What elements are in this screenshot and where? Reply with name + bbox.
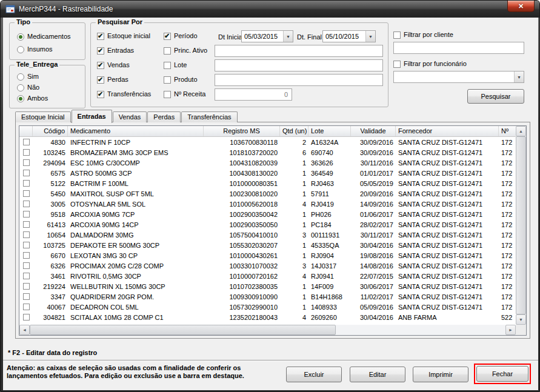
periodo-checkbox-row[interactable]: Período: [164, 32, 198, 40]
n-receita-checkbox-row[interactable]: Nº Receita: [164, 90, 205, 98]
column-header-validade[interactable]: Validade: [351, 126, 396, 136]
table-row[interactable]: 10654DALMADORM 30MG105750041001030011193…: [19, 230, 516, 240]
table-row[interactable]: 4830INFECTRIN F 10CP10367008301182A16324…: [19, 137, 516, 147]
column-header-select[interactable]: [19, 126, 33, 136]
tab-estoque-inicial[interactable]: Estoque Inicial: [15, 111, 71, 122]
table-row[interactable]: 40067DECADRON COL 5ML1057302990010114089…: [19, 302, 516, 312]
pesquisar-check-estoque-inicial[interactable]: Estoque inicial: [97, 32, 151, 40]
imprimir-button[interactable]: Imprimir: [413, 367, 468, 382]
n-receita-checkbox-icon[interactable]: [164, 91, 171, 98]
tab-entradas[interactable]: Entradas: [72, 110, 112, 123]
column-header-lote[interactable]: Lote: [308, 126, 351, 136]
tele-option-sim[interactable]: Sim: [17, 73, 48, 81]
radio-icon[interactable]: [17, 84, 24, 91]
tab-transferencias[interactable]: Transferências: [181, 111, 237, 122]
tele-option-ambos[interactable]: Ambos: [17, 95, 48, 102]
chevron-down-icon[interactable]: [514, 71, 524, 82]
checkbox-icon[interactable]: [97, 47, 104, 55]
table-row[interactable]: 6670LEXOTAN 3MG 30 CP10100004302611RJ090…: [19, 250, 516, 261]
row-checkbox-icon[interactable]: [23, 211, 30, 218]
dt-inicial-combo[interactable]: 05/03/2015: [241, 30, 293, 42]
row-checkbox-icon[interactable]: [23, 139, 30, 145]
editar-button[interactable]: Editar: [350, 367, 405, 382]
filtrar-cliente-input[interactable]: [393, 42, 524, 54]
radio-icon[interactable]: [17, 73, 24, 81]
pesquisar-check-entradas[interactable]: Entradas: [97, 47, 151, 55]
row-checkbox-icon[interactable]: [23, 273, 30, 279]
radio-icon[interactable]: [17, 46, 24, 53]
scroll-up-button[interactable]: [516, 126, 526, 136]
row-checkbox-icon[interactable]: [23, 159, 30, 166]
princ-ativo-input[interactable]: [215, 45, 383, 57]
table-row[interactable]: 61413ARCOXIA 90MG 14CP10029003500501PC18…: [19, 219, 516, 230]
scroll-right-button[interactable]: [505, 325, 516, 335]
table-row[interactable]: 6326PROCIMAX 20MG C/28 COMP1003301070032…: [19, 261, 516, 271]
column-header-qtd-un[interactable]: Qtd (un): [280, 126, 308, 136]
table-row[interactable]: 3461RIVOTRIL 0,5MG 30CP10100007201624RJ0…: [19, 271, 516, 281]
column-header-n[interactable]: Nº: [499, 126, 516, 136]
column-header-medicamento[interactable]: Medicamento: [68, 126, 204, 136]
column-header-codigo[interactable]: Código: [33, 126, 68, 136]
fechar-button[interactable]: Fechar: [476, 366, 528, 382]
radio-icon[interactable]: [17, 33, 24, 41]
produto-checkbox-row[interactable]: Produto: [164, 76, 198, 84]
pesquisar-check-perdas[interactable]: Perdas: [97, 76, 151, 84]
horizontal-scrollbar-thumb[interactable]: [30, 325, 336, 335]
chevron-down-icon[interactable]: [365, 31, 375, 42]
scroll-down-button[interactable]: [516, 314, 526, 325]
row-checkbox-icon[interactable]: [23, 180, 30, 187]
tipo-option-medicamentos[interactable]: Medicamentos: [17, 33, 71, 41]
horizontal-scrollbar[interactable]: [19, 325, 516, 335]
row-checkbox-icon[interactable]: [23, 231, 30, 238]
princ-ativo-checkbox-icon[interactable]: [164, 47, 171, 55]
dt-final-combo[interactable]: 05/10/2015: [322, 30, 376, 42]
periodo-checkbox-icon[interactable]: [164, 33, 171, 40]
table-row[interactable]: 6575ASTRO 500MG 3CP100430813002013645490…: [19, 168, 516, 178]
pesquisar-button[interactable]: Pesquisar: [467, 89, 524, 104]
checkbox-icon[interactable]: [97, 33, 104, 40]
table-row[interactable]: 9518ARCOXIA 90MG 7CP10029003500421PH0260…: [19, 209, 516, 219]
lote-checkbox-icon[interactable]: [164, 62, 171, 69]
row-checkbox-icon[interactable]: [23, 242, 30, 248]
row-checkbox-icon[interactable]: [23, 314, 30, 321]
table-row[interactable]: 294094ESC 10MG C/30COMP10043108200391363…: [19, 158, 516, 168]
excluir-button[interactable]: Excluir: [286, 367, 342, 382]
vertical-scrollbar[interactable]: [516, 126, 526, 325]
table-row[interactable]: 3005OTOSYNALAR 5ML SOL10100056200184RJ04…: [19, 199, 516, 209]
chevron-down-icon[interactable]: [283, 31, 293, 42]
table-row[interactable]: 5122BACTRIM F 100ML10100000803511RJ04630…: [19, 178, 516, 188]
table-row[interactable]: 103245BROMAZEPAM 3MG 30CP EMS10181037200…: [19, 147, 516, 158]
row-checkbox-icon[interactable]: [23, 170, 30, 176]
table-row[interactable]: 304821SCITALAX 10MG 28 COMP C11235202180…: [19, 312, 516, 322]
tipo-option-insumos[interactable]: Insumos: [17, 45, 71, 53]
close-button[interactable]: [507, 1, 535, 12]
filtrar-funcionario-checkbox-icon[interactable]: [393, 61, 401, 68]
lote-input[interactable]: [215, 59, 383, 71]
filtrar-cliente-checkbox-row[interactable]: Filtrar por cliente: [393, 31, 453, 39]
produto-checkbox-icon[interactable]: [164, 76, 171, 84]
row-checkbox-icon[interactable]: [23, 201, 30, 207]
filtrar-funcionario-combo[interactable]: [393, 71, 524, 83]
checkbox-icon[interactable]: [97, 76, 104, 84]
tele-option-nao[interactable]: Não: [17, 84, 48, 91]
table-row[interactable]: 219224WELLBUTRIN XL 150MG 30CP1010702380…: [19, 281, 516, 291]
row-checkbox-icon[interactable]: [23, 262, 30, 269]
row-checkbox-icon[interactable]: [23, 221, 30, 228]
filtrar-funcionario-checkbox-row[interactable]: Filtrar por funcionário: [393, 60, 467, 68]
pesquisar-check-vendas[interactable]: Vendas: [97, 61, 151, 69]
horizontal-scrollbar-track[interactable]: [336, 325, 505, 335]
row-checkbox-icon[interactable]: [23, 283, 30, 290]
row-checkbox-icon[interactable]: [23, 304, 30, 310]
table-row[interactable]: 5450MAXITROL SUSP OFT 5ML100230081002015…: [19, 188, 516, 199]
row-checkbox-icon[interactable]: [23, 149, 30, 156]
row-checkbox-icon[interactable]: [23, 293, 30, 300]
row-checkbox-icon[interactable]: [23, 190, 30, 197]
filtrar-cliente-checkbox-icon[interactable]: [393, 32, 401, 39]
pesquisar-check-transferencias[interactable]: Transferências: [97, 90, 151, 98]
table-row[interactable]: 103725DEPAKOTE ER 500MG 30CP105530203020…: [19, 240, 516, 250]
row-checkbox-icon[interactable]: [23, 252, 30, 259]
checkbox-icon[interactable]: [97, 91, 104, 98]
radio-icon[interactable]: [17, 95, 24, 102]
column-header-fornecedor[interactable]: Fornecedor: [396, 126, 499, 136]
checkbox-icon[interactable]: [97, 62, 104, 69]
